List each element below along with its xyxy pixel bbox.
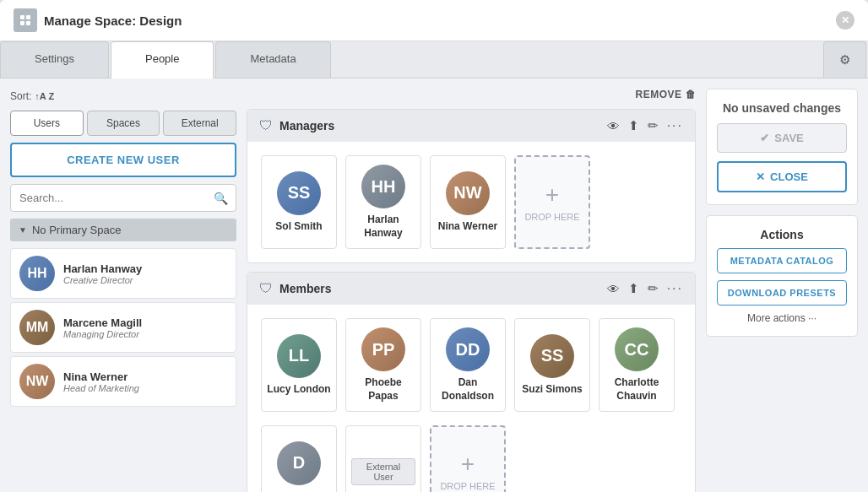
list-item[interactable]: HH Harlan Hanway Creative Director bbox=[10, 248, 236, 299]
sort-az-icon[interactable]: ↑A Z bbox=[35, 91, 54, 101]
right-panel: No unsaved changes ✔ SAVE ✕ CLOSE Action… bbox=[706, 89, 858, 492]
search-icon: 🔍 bbox=[214, 192, 228, 205]
filter-external-button[interactable]: External bbox=[163, 111, 236, 136]
member-card[interactable]: PP Phoebe Papas bbox=[345, 318, 421, 412]
svg-rect-2 bbox=[20, 21, 24, 25]
member-card[interactable]: DD Dan Donaldson bbox=[430, 318, 506, 412]
managers-eye-icon[interactable]: 👁 bbox=[607, 119, 620, 133]
avatar: CC bbox=[615, 327, 659, 371]
managers-upload-icon[interactable]: ⬆ bbox=[628, 118, 639, 133]
members-more-icon[interactable]: ··· bbox=[667, 281, 683, 296]
close-button[interactable]: ✕ CLOSE bbox=[717, 161, 847, 192]
members-actions: 👁 ⬆ ✏ ··· bbox=[607, 281, 683, 296]
modal-close-x-button[interactable]: ✕ bbox=[836, 11, 854, 30]
filter-buttons: Users Spaces External bbox=[10, 111, 236, 136]
managers-panel-header: 🛡 Managers 👁 ⬆ ✏ ··· bbox=[247, 110, 695, 142]
avatar: PP bbox=[361, 327, 405, 371]
member-card[interactable]: SS Suzi Simons bbox=[514, 318, 590, 412]
tab-people[interactable]: People bbox=[111, 41, 214, 78]
remove-icon[interactable]: 🗑 bbox=[686, 89, 697, 100]
tab-metadata[interactable]: Metadata bbox=[215, 41, 330, 78]
member-card[interactable]: SS Sol Smith bbox=[261, 155, 337, 249]
external-badge: External User bbox=[351, 458, 415, 485]
more-actions-link[interactable]: More actions ··· bbox=[747, 312, 816, 324]
members-eye-icon[interactable]: 👁 bbox=[607, 282, 620, 296]
no-primary-space-header[interactable]: ▼ No Primary Space bbox=[10, 219, 236, 241]
members-panel: 🛡 Members 👁 ⬆ ✏ ··· LL Lucy London bbox=[247, 272, 696, 492]
svg-rect-0 bbox=[20, 15, 24, 19]
person-name: Nina Werner bbox=[63, 370, 139, 383]
person-info: Nina Werner Head of Marketing bbox=[63, 370, 139, 393]
no-changes-label: No unsaved changes bbox=[723, 101, 841, 115]
members-second-row: D Dimitri External User + DROP HERE bbox=[247, 425, 695, 492]
managers-title: Managers bbox=[279, 119, 600, 132]
metadata-catalog-button[interactable]: METADATA CATALOG bbox=[717, 248, 847, 273]
member-name: Harlan Hanway bbox=[351, 214, 415, 240]
tab-gear[interactable]: ⚙ bbox=[823, 41, 866, 78]
avatar: LL bbox=[277, 334, 321, 378]
header-left: Manage Space: Design bbox=[14, 8, 182, 32]
drop-label: DROP HERE bbox=[440, 481, 495, 491]
svg-rect-3 bbox=[26, 21, 30, 25]
member-card[interactable]: D Dimitri bbox=[261, 425, 337, 492]
person-list: HH Harlan Hanway Creative Director MM Ma… bbox=[10, 248, 236, 407]
avatar: SS bbox=[530, 334, 574, 378]
members-members-row: LL Lucy London PP Phoebe Papas DD Dan Do… bbox=[247, 305, 695, 425]
external-user-card[interactable]: External User bbox=[345, 425, 421, 492]
managers-shield-icon: 🛡 bbox=[259, 118, 273, 133]
drop-zone[interactable]: + DROP HERE bbox=[514, 155, 590, 249]
create-new-user-button[interactable]: CREATE NEW USER bbox=[10, 143, 236, 177]
avatar: HH bbox=[361, 165, 405, 208]
avatar: SS bbox=[277, 171, 321, 215]
tab-settings[interactable]: Settings bbox=[0, 41, 109, 78]
filter-users-button[interactable]: Users bbox=[10, 111, 84, 136]
member-name: Dan Donaldson bbox=[436, 376, 500, 403]
changes-box: No unsaved changes ✔ SAVE ✕ CLOSE bbox=[706, 89, 858, 205]
person-role: Managing Director bbox=[63, 329, 142, 339]
modal-body: Sort: ↑A Z Users Spaces External CREATE … bbox=[0, 78, 868, 492]
check-icon: ✔ bbox=[760, 132, 769, 144]
member-card[interactable]: CC Charlotte Chauvin bbox=[599, 318, 675, 412]
sort-bar: Sort: ↑A Z bbox=[10, 89, 236, 104]
member-name: Phoebe Papas bbox=[351, 376, 415, 403]
members-upload-icon[interactable]: ⬆ bbox=[628, 281, 639, 296]
member-name: Charlotte Chauvin bbox=[605, 376, 669, 403]
save-button[interactable]: ✔ SAVE bbox=[717, 123, 847, 153]
member-name: Sol Smith bbox=[275, 220, 322, 234]
member-name: Nina Werner bbox=[438, 220, 497, 234]
managers-panel: 🛡 Managers 👁 ⬆ ✏ ··· SS Sol Smith bbox=[247, 109, 696, 263]
x-icon: ✕ bbox=[756, 170, 765, 183]
sort-label: Sort: bbox=[10, 90, 31, 102]
download-presets-button[interactable]: DOWNLOAD PRESETS bbox=[717, 280, 847, 305]
drop-label: DROP HERE bbox=[524, 212, 579, 222]
managers-more-icon[interactable]: ··· bbox=[667, 118, 683, 133]
group-arrow-icon: ▼ bbox=[19, 225, 27, 235]
members-edit-icon[interactable]: ✏ bbox=[648, 281, 659, 296]
search-input[interactable] bbox=[10, 184, 236, 212]
person-name: Harlan Hanway bbox=[63, 262, 142, 275]
managers-members-row: SS Sol Smith HH Harlan Hanway NW Nina We… bbox=[247, 142, 695, 262]
person-info: Marcene Magill Managing Director bbox=[63, 316, 142, 339]
drop-zone[interactable]: + DROP HERE bbox=[430, 425, 506, 492]
list-item[interactable]: MM Marcene Magill Managing Director bbox=[10, 302, 236, 353]
person-name: Marcene Magill bbox=[63, 316, 142, 329]
drop-plus-icon: + bbox=[545, 183, 559, 207]
members-shield-icon: 🛡 bbox=[259, 281, 273, 296]
person-role: Creative Director bbox=[63, 275, 142, 285]
member-card[interactable]: LL Lucy London bbox=[261, 318, 337, 412]
close-label: CLOSE bbox=[770, 170, 808, 183]
members-panel-header: 🛡 Members 👁 ⬆ ✏ ··· bbox=[247, 273, 695, 305]
member-card[interactable]: NW Nina Werner bbox=[430, 155, 506, 249]
person-role: Head of Marketing bbox=[63, 383, 139, 393]
save-label: SAVE bbox=[774, 132, 803, 144]
modal-title: Manage Space: Design bbox=[44, 14, 182, 28]
remove-bar: REMOVE 🗑 bbox=[247, 89, 696, 100]
person-info: Harlan Hanway Creative Director bbox=[63, 262, 142, 285]
managers-edit-icon[interactable]: ✏ bbox=[648, 118, 659, 133]
tabs-bar: Settings People Metadata ⚙ bbox=[0, 41, 868, 78]
member-card[interactable]: HH Harlan Hanway bbox=[345, 155, 421, 249]
drop-plus-icon: + bbox=[461, 452, 475, 476]
avatar: DD bbox=[446, 327, 490, 371]
list-item[interactable]: NW Nina Werner Head of Marketing bbox=[10, 356, 236, 407]
filter-spaces-button[interactable]: Spaces bbox=[87, 111, 160, 136]
